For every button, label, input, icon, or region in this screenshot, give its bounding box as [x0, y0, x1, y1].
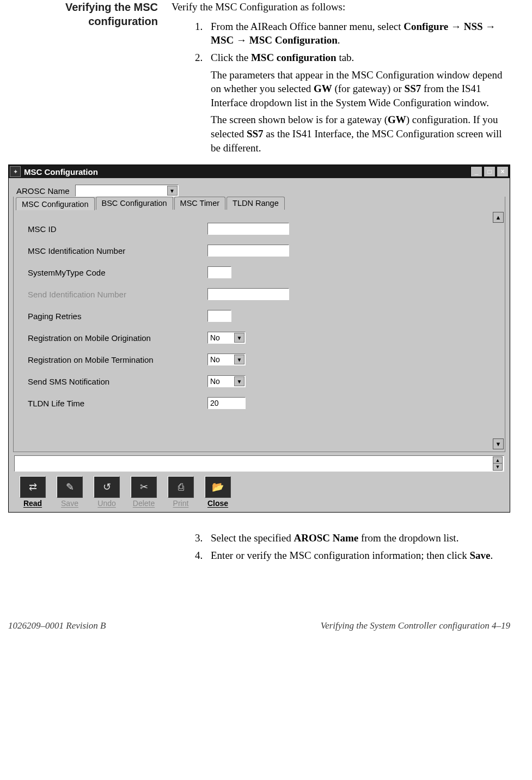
close-icon: 📂 [205, 476, 231, 498]
step-2: Click the MSC configuration tab. The par… [205, 51, 510, 155]
tab-bsc-configuration[interactable]: BSC Configuration [96, 197, 173, 210]
systemmytype-code-label: SystemMyType Code [28, 268, 207, 277]
print-icon: ⎙ [168, 476, 194, 498]
send-sms-notification-label: Send SMS Notification [28, 377, 207, 386]
status-bar: ▲ ▼ [14, 455, 504, 472]
maximize-button[interactable]: □ [484, 166, 496, 177]
msc-identification-number-label: MSC Identification Number [28, 246, 207, 255]
tab-msc-configuration[interactable]: MSC Configuration [16, 197, 95, 210]
scroll-up-button[interactable]: ▲ [493, 212, 504, 223]
save-icon: ✎ [57, 476, 83, 498]
msc-identification-number-input[interactable] [207, 245, 289, 257]
footer-right: Verifying the System Controller configur… [321, 620, 510, 631]
tab-tldn-range[interactable]: TLDN Range [227, 197, 285, 210]
tab-panel: MSC Configuration BSC Configuration MSC … [13, 197, 505, 452]
send-identification-number-label: Send Identification Number [28, 290, 207, 299]
undo-icon: ↺ [94, 476, 120, 498]
registration-mt-combobox[interactable]: No ▼ [207, 354, 246, 365]
chevron-down-icon[interactable]: ▼ [167, 186, 178, 196]
registration-mo-combobox[interactable]: No ▼ [207, 332, 246, 344]
msc-configuration-window: ✦ MSC Configuration _ □ × AROSC Name ▼ M… [8, 164, 510, 513]
tldn-life-time-label: TLDN Life Time [28, 399, 207, 408]
window-title: MSC Configuration [24, 167, 470, 176]
tldn-life-time-input[interactable]: 20 [207, 397, 246, 409]
delete-icon: ✂ [131, 476, 157, 498]
arosc-name-label: AROSC Name [16, 186, 70, 196]
status-scroll-down[interactable]: ▼ [493, 463, 503, 471]
step-4: Enter or verify the MSC configuration in… [205, 549, 510, 563]
chevron-down-icon[interactable]: ▼ [234, 333, 244, 343]
minimize-button[interactable]: _ [470, 166, 482, 177]
scroll-down-button[interactable]: ▼ [493, 438, 504, 449]
toolbar: ⇄ Read ✎ Save ↺ Undo ✂ Delete ⎙ Print [13, 475, 505, 509]
registration-mt-label: Registration on Mobile Termination [28, 355, 207, 364]
msc-id-input[interactable] [207, 223, 289, 235]
step-3: Select the specified AROSC Name from the… [205, 531, 510, 545]
paging-retries-input[interactable] [207, 310, 231, 322]
msc-id-label: MSC ID [28, 224, 207, 234]
titlebar[interactable]: ✦ MSC Configuration _ □ × [9, 165, 510, 178]
systemmytype-code-input[interactable] [207, 266, 231, 278]
tab-msc-timer[interactable]: MSC Timer [174, 197, 226, 210]
paging-retries-label: Paging Retries [28, 312, 207, 321]
send-identification-number-input[interactable] [207, 288, 289, 300]
read-icon: ⇄ [20, 476, 46, 498]
undo-button[interactable]: ↺ Undo [90, 476, 123, 508]
app-icon: ✦ [10, 166, 21, 177]
close-window-button[interactable]: × [497, 166, 509, 177]
chevron-down-icon[interactable]: ▼ [234, 355, 244, 364]
print-button[interactable]: ⎙ Print [164, 476, 197, 508]
registration-mo-label: Registration on Mobile Origination [28, 333, 207, 343]
section-heading: Verifying the MSC configuration [8, 0, 158, 28]
intro-text: Verify the MSC Configuration as follows: [172, 0, 510, 14]
chevron-down-icon[interactable]: ▼ [234, 376, 244, 386]
save-button[interactable]: ✎ Save [53, 476, 86, 508]
arosc-name-combobox[interactable]: ▼ [75, 185, 179, 197]
close-button[interactable]: 📂 Close [201, 476, 234, 508]
send-sms-notification-combobox[interactable]: No ▼ [207, 375, 246, 387]
step-1: From the AIReach Office banner menu, sel… [205, 20, 510, 47]
read-button[interactable]: ⇄ Read [16, 476, 49, 508]
delete-button[interactable]: ✂ Delete [127, 476, 160, 508]
footer-left: 1026209–0001 Revision B [8, 620, 106, 631]
